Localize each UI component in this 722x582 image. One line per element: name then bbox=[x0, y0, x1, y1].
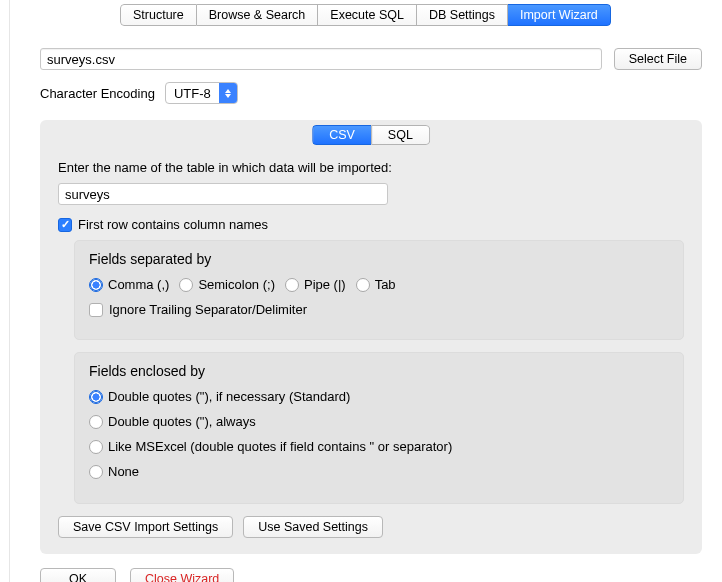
select-file-button[interactable]: Select File bbox=[614, 48, 702, 70]
tab-browse-search[interactable]: Browse & Search bbox=[197, 4, 319, 26]
separator-title: Fields separated by bbox=[89, 251, 669, 267]
tab-import-wizard[interactable]: Import Wizard bbox=[508, 4, 611, 26]
radio-icon bbox=[89, 415, 103, 429]
enclosure-msexcel-label: Like MSExcel (double quotes if field con… bbox=[108, 439, 452, 454]
format-tabs: CSV SQL bbox=[312, 125, 430, 145]
first-row-check-row: ✓ First row contains column names bbox=[58, 217, 684, 232]
file-path-input[interactable] bbox=[40, 48, 602, 70]
first-row-label: First row contains column names bbox=[78, 217, 268, 232]
ignore-trailing-label: Ignore Trailing Separator/Delimiter bbox=[109, 302, 307, 317]
encoding-row: Character Encoding UTF-8 bbox=[40, 82, 702, 104]
use-saved-settings-button[interactable]: Use Saved Settings bbox=[243, 516, 383, 538]
encoding-value: UTF-8 bbox=[166, 86, 219, 101]
enclosure-none[interactable]: None bbox=[89, 464, 669, 479]
ignore-trailing-row: Ignore Trailing Separator/Delimiter bbox=[89, 302, 669, 317]
dropdown-arrows-icon bbox=[219, 83, 237, 103]
tab-structure[interactable]: Structure bbox=[120, 4, 197, 26]
separator-panel: Fields separated by Comma (,) Semicolon … bbox=[74, 240, 684, 340]
ok-button[interactable]: OK bbox=[40, 568, 116, 582]
separator-semicolon[interactable]: Semicolon (;) bbox=[179, 277, 275, 292]
separator-comma-label: Comma (,) bbox=[108, 277, 169, 292]
left-gutter bbox=[0, 0, 10, 582]
radio-icon bbox=[89, 278, 103, 292]
import-wizard-content: Select File Character Encoding UTF-8 CSV… bbox=[10, 28, 722, 582]
enclosure-title: Fields enclosed by bbox=[89, 363, 669, 379]
enclosure-none-label: None bbox=[108, 464, 139, 479]
format-tab-csv[interactable]: CSV bbox=[312, 125, 371, 145]
table-name-prompt: Enter the name of the table in which dat… bbox=[58, 160, 684, 175]
separator-semicolon-label: Semicolon (;) bbox=[198, 277, 275, 292]
tab-db-settings[interactable]: DB Settings bbox=[417, 4, 508, 26]
import-options-panel: CSV SQL Enter the name of the table in w… bbox=[40, 120, 702, 554]
radio-icon bbox=[89, 390, 103, 404]
format-tab-sql[interactable]: SQL bbox=[371, 125, 430, 145]
settings-buttons: Save CSV Import Settings Use Saved Setti… bbox=[58, 516, 684, 538]
separator-comma[interactable]: Comma (,) bbox=[89, 277, 169, 292]
file-row: Select File bbox=[40, 48, 702, 70]
ignore-trailing-checkbox[interactable] bbox=[89, 303, 103, 317]
footer-buttons: OK Close Wizard bbox=[40, 568, 702, 582]
separator-tab[interactable]: Tab bbox=[356, 277, 396, 292]
separator-pipe[interactable]: Pipe (|) bbox=[285, 277, 346, 292]
first-row-checkbox[interactable]: ✓ bbox=[58, 218, 72, 232]
enclosure-options: Double quotes ("), if necessary (Standar… bbox=[89, 389, 669, 479]
enclosure-panel: Fields enclosed by Double quotes ("), if… bbox=[74, 352, 684, 504]
separator-tab-label: Tab bbox=[375, 277, 396, 292]
radio-icon bbox=[285, 278, 299, 292]
table-name-input[interactable] bbox=[58, 183, 388, 205]
tab-execute-sql[interactable]: Execute SQL bbox=[318, 4, 417, 26]
radio-icon bbox=[356, 278, 370, 292]
enclosure-standard-label: Double quotes ("), if necessary (Standar… bbox=[108, 389, 350, 404]
enclosure-standard[interactable]: Double quotes ("), if necessary (Standar… bbox=[89, 389, 669, 404]
enclosure-msexcel[interactable]: Like MSExcel (double quotes if field con… bbox=[89, 439, 669, 454]
encoding-label: Character Encoding bbox=[40, 86, 155, 101]
separator-options: Comma (,) Semicolon (;) Pipe (|) Tab bbox=[89, 277, 669, 292]
main-tabbar: Structure Browse & Search Execute SQL DB… bbox=[120, 4, 611, 26]
close-wizard-button[interactable]: Close Wizard bbox=[130, 568, 234, 582]
radio-icon bbox=[89, 465, 103, 479]
encoding-select[interactable]: UTF-8 bbox=[165, 82, 238, 104]
radio-icon bbox=[179, 278, 193, 292]
enclosure-always[interactable]: Double quotes ("), always bbox=[89, 414, 669, 429]
save-csv-settings-button[interactable]: Save CSV Import Settings bbox=[58, 516, 233, 538]
radio-icon bbox=[89, 440, 103, 454]
separator-pipe-label: Pipe (|) bbox=[304, 277, 346, 292]
enclosure-always-label: Double quotes ("), always bbox=[108, 414, 256, 429]
